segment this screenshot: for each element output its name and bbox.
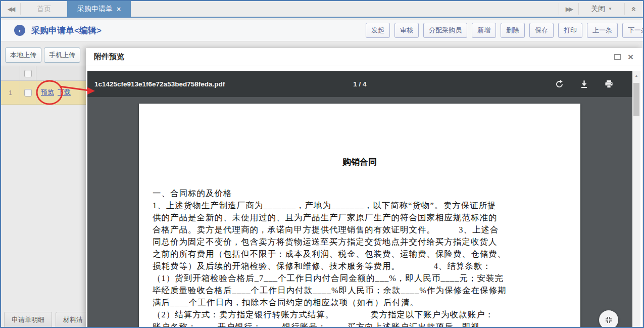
doc-line: 同总价为固定不变价，包含卖方将货物运送至买方指定交货地点并交付给买方指定收货人 — [153, 236, 573, 248]
row-number: 1 — [1, 89, 20, 97]
pdf-page: 购销合同 一、合同标的及价格 1、上述货物生产制造厂商为_______，产地为_… — [139, 104, 580, 328]
tab-bar-spacer — [131, 1, 559, 17]
tab-bar: ◀◀ 首页 采购申请单 × ▶▶ 关闭 ▼ « — [1, 1, 643, 18]
doc-line: 损耗费等）及后续的开箱检验、保修和维修、技术服务等费用。 4、结算条款： — [153, 260, 573, 272]
app-window: ◀◀ 首页 采购申请单 × ▶▶ 关闭 ▼ « ‹ 采购申请单<编辑> 发起 审… — [0, 0, 644, 328]
doc-line: 合格产品。卖方是代理商的，承诺向甲方提供代理销售的有效证明文件。 3、上述合 — [153, 224, 573, 236]
doc-line: 供的产品是全新的、未使用过的、且为产品生产厂家原厂生产的符合国家相应规范标准的 — [153, 212, 573, 224]
doc-line: 账户名称： 开户银行： 银行账号： 买方向上述账户汇出款项后，即视 — [153, 321, 573, 328]
doc-line: 满后____个工作日内，扣除本合同约定的相应款项（如有）后付清。 — [153, 297, 573, 309]
pdf-filename: 1c1425cfe913e1f6e72a53bed758feda.pdf — [94, 80, 225, 88]
tab-material-list[interactable]: 材料清 — [56, 312, 90, 328]
assign-buyer-button[interactable]: 分配采购员 — [423, 23, 467, 38]
tab-purchase-requisition[interactable]: 采购申请单 × — [67, 1, 131, 17]
scroll-tabs-left-button[interactable]: ◀◀ — [1, 1, 20, 17]
audit-button[interactable]: 审核 — [394, 23, 419, 38]
back-icon: ‹ — [19, 27, 21, 34]
page-title: 采购申请单<编辑> — [31, 25, 102, 36]
doc-line: 一、合同标的及价格 — [153, 188, 573, 200]
next-record-button[interactable]: 下一条 — [622, 23, 644, 38]
detail-tabs: 申请单明细 材料清 — [4, 312, 90, 328]
save-button[interactable]: 保存 — [529, 23, 554, 38]
delete-button[interactable]: 删除 — [501, 23, 525, 38]
tab-label: 采购申请单 — [77, 5, 113, 14]
close-menu-label: 关闭 — [591, 5, 605, 14]
doc-line: 1、上述货物生产制造厂商为_______，产地为_______，以下简称“货物”… — [153, 200, 573, 212]
forward-icon: ▶▶ — [566, 6, 572, 13]
attachments-table: 1 预览 下载 — [1, 66, 86, 105]
back-button[interactable]: ‹ — [14, 25, 25, 36]
doc-line: 毕经质量验收合格后____个工作日内付款____%即人民币；余款____%作为保… — [153, 285, 573, 297]
fit-page-button[interactable] — [599, 310, 618, 328]
doc-line: （1）货到开箱检验合格后_7___个工作日内付合同金额的___%，即人民币___… — [153, 272, 573, 285]
attachments-panel: 本地上传 手机上传 1 预览 下载 — [1, 41, 86, 327]
initiate-button[interactable]: 发起 — [366, 23, 390, 38]
download-link[interactable]: 下载 — [58, 88, 71, 97]
rewind-icon: ◀◀ — [8, 6, 14, 13]
double-chevron-up-icon: « — [629, 7, 639, 11]
scroll-up-icon[interactable]: ▲ — [632, 71, 640, 80]
mobile-upload-button[interactable]: 手机上传 — [44, 48, 80, 63]
close-menu-button[interactable]: 关闭 ▼ — [579, 1, 624, 17]
tab-request-detail[interactable]: 申请单明细 — [4, 312, 52, 328]
attachments-table-header — [1, 66, 86, 81]
rotate-icon[interactable] — [555, 79, 564, 89]
modal-title: 附件预览 — [94, 52, 124, 62]
chevron-down-icon: ▼ — [608, 7, 612, 11]
document-title: 购销合同 — [139, 156, 580, 168]
pdf-toolbar: 1c1425cfe913e1f6e72a53bed758feda.pdf 1 /… — [87, 71, 632, 97]
print-icon[interactable] — [604, 79, 614, 89]
fit-page-icon — [605, 316, 613, 324]
row-checkbox[interactable] — [24, 89, 32, 97]
tab-home[interactable]: 首页 — [21, 1, 67, 17]
previous-record-button[interactable]: 上一条 — [587, 23, 618, 38]
close-icon[interactable]: × — [628, 52, 633, 62]
attachment-preview-modal: 附件预览 × 1c1425cfe913e1f6e72a53bed758feda.… — [86, 48, 642, 328]
upload-buttons: 本地上传 手机上传 — [5, 48, 80, 63]
main-toolbar: 发起 审核 分配采购员 新增 删除 保存 打印 上一条 下一条 — [366, 23, 644, 38]
select-all-checkbox[interactable] — [24, 70, 32, 77]
page-header: ‹ 采购申请单<编辑> 发起 审核 分配采购员 新增 删除 保存 打印 上一条 … — [1, 20, 643, 41]
modal-header: 附件预览 × — [86, 48, 642, 66]
scrollbar-thumb[interactable] — [633, 83, 639, 116]
pdf-scrollbar[interactable]: ▲ — [632, 71, 640, 328]
print-button[interactable]: 打印 — [558, 23, 582, 38]
scroll-tabs-right-button[interactable]: ▶▶ — [559, 1, 578, 17]
maximize-icon[interactable] — [614, 54, 621, 60]
pdf-viewer: 1c1425cfe913e1f6e72a53bed758feda.pdf 1 /… — [87, 71, 640, 328]
doc-line: （2）结算方式：卖方指定银行转账方式结算。 卖方指定以下账户为收款账户： — [153, 309, 573, 321]
preview-link[interactable]: 预览 — [41, 88, 54, 97]
close-tab-icon[interactable]: × — [117, 5, 121, 13]
local-upload-button[interactable]: 本地上传 — [5, 48, 41, 63]
collapse-header-button[interactable]: « — [625, 1, 643, 17]
doc-line: 之前的所有费用（包括但不限于：成本及利润、税金、包装费、运输费、保险费、仓储费、 — [153, 248, 573, 260]
document-body: 一、合同标的及价格 1、上述货物生产制造厂商为_______，产地为______… — [153, 188, 573, 328]
download-icon[interactable] — [579, 79, 589, 89]
attachment-row[interactable]: 1 预览 下载 — [1, 81, 86, 105]
add-button[interactable]: 新增 — [472, 23, 496, 38]
pdf-content-area[interactable]: 购销合同 一、合同标的及价格 1、上述货物生产制造厂商为_______，产地为_… — [87, 97, 632, 328]
